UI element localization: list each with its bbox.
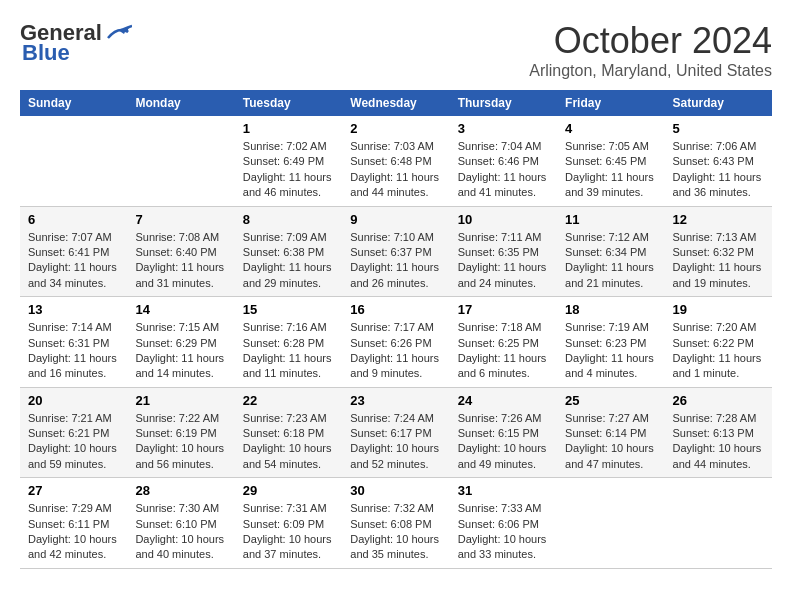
calendar-header: SundayMondayTuesdayWednesdayThursdayFrid… <box>20 90 772 116</box>
daylight: Daylight: 11 hours and 46 minutes. <box>243 171 332 198</box>
sunrise: Sunrise: 7:20 AM <box>673 321 757 333</box>
sunrise: Sunrise: 7:30 AM <box>135 502 219 514</box>
calendar-week-row: 27 Sunrise: 7:29 AM Sunset: 6:11 PM Dayl… <box>20 478 772 569</box>
day-info: Sunrise: 7:12 AM Sunset: 6:34 PM Dayligh… <box>565 230 656 292</box>
calendar-cell: 28 Sunrise: 7:30 AM Sunset: 6:10 PM Dayl… <box>127 478 234 569</box>
sunrise: Sunrise: 7:26 AM <box>458 412 542 424</box>
day-info: Sunrise: 7:29 AM Sunset: 6:11 PM Dayligh… <box>28 501 119 563</box>
sunrise: Sunrise: 7:23 AM <box>243 412 327 424</box>
sunrise: Sunrise: 7:21 AM <box>28 412 112 424</box>
calendar-cell: 14 Sunrise: 7:15 AM Sunset: 6:29 PM Dayl… <box>127 297 234 388</box>
calendar-cell: 18 Sunrise: 7:19 AM Sunset: 6:23 PM Dayl… <box>557 297 664 388</box>
calendar-cell <box>665 478 772 569</box>
daylight: Daylight: 10 hours and 42 minutes. <box>28 533 117 560</box>
daylight: Daylight: 10 hours and 44 minutes. <box>673 442 762 469</box>
daylight: Daylight: 11 hours and 41 minutes. <box>458 171 547 198</box>
day-info: Sunrise: 7:08 AM Sunset: 6:40 PM Dayligh… <box>135 230 226 292</box>
day-number: 9 <box>350 212 441 227</box>
sunrise: Sunrise: 7:33 AM <box>458 502 542 514</box>
sunset: Sunset: 6:48 PM <box>350 155 431 167</box>
sunset: Sunset: 6:49 PM <box>243 155 324 167</box>
daylight: Daylight: 10 hours and 49 minutes. <box>458 442 547 469</box>
day-number: 14 <box>135 302 226 317</box>
daylight: Daylight: 11 hours and 44 minutes. <box>350 171 439 198</box>
day-info: Sunrise: 7:16 AM Sunset: 6:28 PM Dayligh… <box>243 320 334 382</box>
calendar-cell: 22 Sunrise: 7:23 AM Sunset: 6:18 PM Dayl… <box>235 387 342 478</box>
calendar-cell: 23 Sunrise: 7:24 AM Sunset: 6:17 PM Dayl… <box>342 387 449 478</box>
sunset: Sunset: 6:06 PM <box>458 518 539 530</box>
calendar-cell: 13 Sunrise: 7:14 AM Sunset: 6:31 PM Dayl… <box>20 297 127 388</box>
calendar-cell: 15 Sunrise: 7:16 AM Sunset: 6:28 PM Dayl… <box>235 297 342 388</box>
day-number: 25 <box>565 393 656 408</box>
sunrise: Sunrise: 7:18 AM <box>458 321 542 333</box>
calendar-cell: 24 Sunrise: 7:26 AM Sunset: 6:15 PM Dayl… <box>450 387 557 478</box>
sunrise: Sunrise: 7:16 AM <box>243 321 327 333</box>
day-number: 28 <box>135 483 226 498</box>
day-number: 15 <box>243 302 334 317</box>
day-info: Sunrise: 7:10 AM Sunset: 6:37 PM Dayligh… <box>350 230 441 292</box>
sunrise: Sunrise: 7:02 AM <box>243 140 327 152</box>
calendar-cell: 30 Sunrise: 7:32 AM Sunset: 6:08 PM Dayl… <box>342 478 449 569</box>
daylight: Daylight: 11 hours and 39 minutes. <box>565 171 654 198</box>
sunset: Sunset: 6:37 PM <box>350 246 431 258</box>
day-info: Sunrise: 7:19 AM Sunset: 6:23 PM Dayligh… <box>565 320 656 382</box>
sunrise: Sunrise: 7:24 AM <box>350 412 434 424</box>
sunrise: Sunrise: 7:07 AM <box>28 231 112 243</box>
sunrise: Sunrise: 7:13 AM <box>673 231 757 243</box>
calendar-cell: 19 Sunrise: 7:20 AM Sunset: 6:22 PM Dayl… <box>665 297 772 388</box>
sunrise: Sunrise: 7:06 AM <box>673 140 757 152</box>
calendar-cell: 27 Sunrise: 7:29 AM Sunset: 6:11 PM Dayl… <box>20 478 127 569</box>
day-number: 8 <box>243 212 334 227</box>
weekday-header: Monday <box>127 90 234 116</box>
day-info: Sunrise: 7:02 AM Sunset: 6:49 PM Dayligh… <box>243 139 334 201</box>
sunset: Sunset: 6:09 PM <box>243 518 324 530</box>
calendar-table: SundayMondayTuesdayWednesdayThursdayFrid… <box>20 90 772 569</box>
day-number: 23 <box>350 393 441 408</box>
daylight: Daylight: 10 hours and 47 minutes. <box>565 442 654 469</box>
calendar-cell: 6 Sunrise: 7:07 AM Sunset: 6:41 PM Dayli… <box>20 206 127 297</box>
calendar-week-row: 20 Sunrise: 7:21 AM Sunset: 6:21 PM Dayl… <box>20 387 772 478</box>
sunrise: Sunrise: 7:12 AM <box>565 231 649 243</box>
sunset: Sunset: 6:23 PM <box>565 337 646 349</box>
day-number: 3 <box>458 121 549 136</box>
sunrise: Sunrise: 7:14 AM <box>28 321 112 333</box>
sunrise: Sunrise: 7:27 AM <box>565 412 649 424</box>
sunrise: Sunrise: 7:31 AM <box>243 502 327 514</box>
sunrise: Sunrise: 7:04 AM <box>458 140 542 152</box>
day-number: 31 <box>458 483 549 498</box>
sunrise: Sunrise: 7:22 AM <box>135 412 219 424</box>
sunset: Sunset: 6:43 PM <box>673 155 754 167</box>
calendar-week-row: 1 Sunrise: 7:02 AM Sunset: 6:49 PM Dayli… <box>20 116 772 206</box>
sunrise: Sunrise: 7:15 AM <box>135 321 219 333</box>
weekday-header: Sunday <box>20 90 127 116</box>
day-number: 18 <box>565 302 656 317</box>
calendar-cell: 10 Sunrise: 7:11 AM Sunset: 6:35 PM Dayl… <box>450 206 557 297</box>
day-number: 4 <box>565 121 656 136</box>
sunset: Sunset: 6:31 PM <box>28 337 109 349</box>
daylight: Daylight: 10 hours and 33 minutes. <box>458 533 547 560</box>
calendar-cell: 5 Sunrise: 7:06 AM Sunset: 6:43 PM Dayli… <box>665 116 772 206</box>
daylight: Daylight: 10 hours and 54 minutes. <box>243 442 332 469</box>
calendar-cell: 2 Sunrise: 7:03 AM Sunset: 6:48 PM Dayli… <box>342 116 449 206</box>
weekday-header: Friday <box>557 90 664 116</box>
calendar-cell: 21 Sunrise: 7:22 AM Sunset: 6:19 PM Dayl… <box>127 387 234 478</box>
daylight: Daylight: 11 hours and 9 minutes. <box>350 352 439 379</box>
daylight: Daylight: 11 hours and 16 minutes. <box>28 352 117 379</box>
daylight: Daylight: 10 hours and 37 minutes. <box>243 533 332 560</box>
sunset: Sunset: 6:13 PM <box>673 427 754 439</box>
day-number: 7 <box>135 212 226 227</box>
day-info: Sunrise: 7:33 AM Sunset: 6:06 PM Dayligh… <box>458 501 549 563</box>
weekday-header: Wednesday <box>342 90 449 116</box>
calendar-cell: 4 Sunrise: 7:05 AM Sunset: 6:45 PM Dayli… <box>557 116 664 206</box>
title-section: October 2024 Arlington, Maryland, United… <box>529 20 772 80</box>
day-number: 27 <box>28 483 119 498</box>
sunset: Sunset: 6:34 PM <box>565 246 646 258</box>
weekday-header: Thursday <box>450 90 557 116</box>
sunset: Sunset: 6:26 PM <box>350 337 431 349</box>
day-number: 6 <box>28 212 119 227</box>
calendar-cell <box>557 478 664 569</box>
day-number: 20 <box>28 393 119 408</box>
day-number: 21 <box>135 393 226 408</box>
day-number: 13 <box>28 302 119 317</box>
day-info: Sunrise: 7:15 AM Sunset: 6:29 PM Dayligh… <box>135 320 226 382</box>
